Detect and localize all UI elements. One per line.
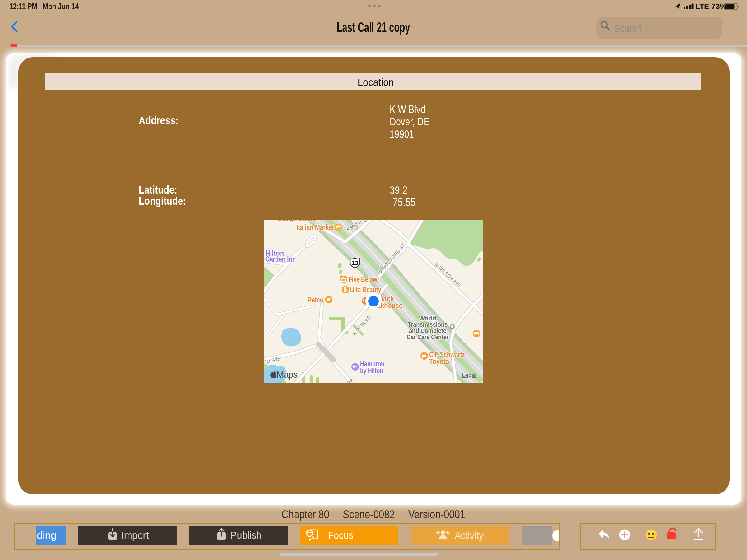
svg-text:Garden Inn: Garden Inn [265, 255, 296, 263]
svg-text:World: World [419, 315, 436, 322]
svg-text:13: 13 [352, 260, 358, 266]
svg-text:Maps: Maps [277, 370, 297, 380]
svg-text:by Hilton: by Hilton [360, 367, 383, 375]
svg-text:LTE 73%: LTE 73% [695, 2, 727, 10]
svg-text:Toyota: Toyota [429, 357, 449, 365]
svg-text:Ulta Beauty: Ulta Beauty [350, 286, 381, 294]
svg-text:Five Below: Five Below [349, 275, 377, 283]
svg-text:Design Studio: Design Studio [278, 220, 316, 223]
svg-text:Legal: Legal [462, 372, 476, 378]
svg-text:Petco: Petco [308, 296, 324, 304]
svg-text:and Complete: and Complete [409, 327, 446, 334]
svg-text:Italian Market: Italian Market [297, 223, 334, 231]
svg-text:Transmissions: Transmissions [408, 321, 448, 328]
svg-text:Car Care Center: Car Care Center [407, 333, 449, 340]
